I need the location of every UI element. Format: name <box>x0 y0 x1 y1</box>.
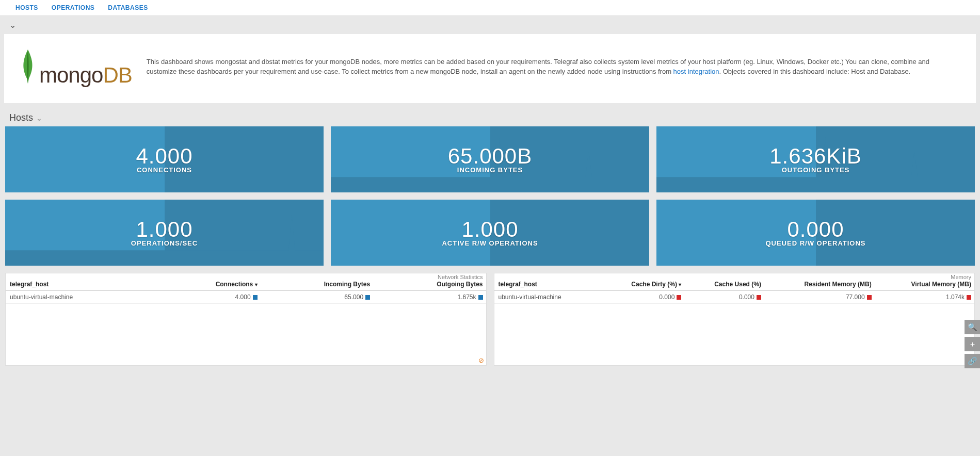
cell-dirty: 0.000 <box>600 291 684 304</box>
tile-label: CONNECTIONS <box>137 166 192 174</box>
host-integration-link[interactable]: host integration <box>673 68 719 75</box>
link-icon: 🔗 <box>968 356 977 366</box>
tile-label: INCOMING BYTES <box>457 166 523 174</box>
status-square-icon <box>757 295 761 300</box>
tab-hosts[interactable]: HOSTS <box>15 4 38 11</box>
cell-host: ubuntu-virtual-machine <box>494 291 600 304</box>
tile-grid: 4.000 CONNECTIONS 65.000B INCOMING BYTES… <box>4 126 976 266</box>
collapse-row: ⌄ <box>4 16 976 34</box>
cell-virtual: 1.074k <box>875 291 974 304</box>
link-button[interactable]: 🔗 <box>965 354 980 368</box>
tile-value: 0.000 <box>787 219 844 240</box>
tile-outgoing-bytes[interactable]: 1.636KiB OUTGOING BYTES <box>656 126 975 192</box>
col-cache-dirty[interactable]: Cache Dirty (%) ▾ <box>600 273 684 291</box>
status-square-icon <box>478 295 483 300</box>
tile-label: OUTGOING BYTES <box>782 166 850 174</box>
table-row[interactable]: ubuntu-virtual-machine 0.000 0.000 77.00… <box>494 291 975 304</box>
table-title: Memory <box>951 274 971 280</box>
cell-used: 0.000 <box>684 291 764 304</box>
cell-resident: 77.000 <box>764 291 875 304</box>
status-square-icon <box>867 295 872 300</box>
chevron-down-icon[interactable]: ⌄ <box>9 21 16 29</box>
table-memory: Memory telegraf_host Cache Dirty (%) ▾ C… <box>494 273 975 366</box>
tab-databases[interactable]: DATABASES <box>108 4 148 11</box>
tile-queued-rw[interactable]: 0.000 QUEUED R/W OPERATIONS <box>656 200 975 266</box>
status-square-icon <box>677 295 681 300</box>
status-square-icon <box>365 295 370 300</box>
dashboard-description: This dashboard shows mongostat and dbsta… <box>147 57 961 77</box>
cell-host: ubuntu-virtual-machine <box>6 291 157 304</box>
col-cache-used[interactable]: Cache Used (%) <box>684 273 764 291</box>
col-incoming-bytes[interactable]: Incoming Bytes <box>261 273 373 291</box>
cell-outgoing: 1.675k <box>373 291 486 304</box>
cell-incoming: 65.000 <box>261 291 373 304</box>
chevron-down-icon: ⌄ <box>36 114 42 122</box>
status-square-icon <box>967 295 971 300</box>
tile-value: 1.000 <box>136 219 192 240</box>
tab-operations[interactable]: OPERATIONS <box>52 4 94 11</box>
col-telegraf-host[interactable]: telegraf_host <box>494 273 600 291</box>
tile-value: 1.636KiB <box>769 145 861 167</box>
tile-label: QUEUED R/W OPERATIONS <box>765 239 865 247</box>
tile-value: 65.000B <box>448 145 532 167</box>
mongodb-logo: mongoDB <box>14 46 132 88</box>
top-tabs: HOSTS OPERATIONS DATABASES <box>0 0 980 16</box>
floating-toolbar: 🔍 ＋ 🔗 <box>965 320 980 368</box>
tile-active-rw[interactable]: 1.000 ACTIVE R/W OPERATIONS <box>331 200 649 266</box>
info-card: mongoDB This dashboard shows mongostat a… <box>4 34 976 103</box>
tile-label: OPERATIONS/SEC <box>131 239 198 247</box>
caret-down-icon: ▾ <box>679 282 681 287</box>
tile-value: 1.000 <box>461 219 518 240</box>
caret-down-icon: ▾ <box>255 282 258 287</box>
status-square-icon <box>253 295 258 300</box>
table-title: Network Statistics <box>438 274 483 280</box>
col-telegraf-host[interactable]: telegraf_host <box>6 273 157 291</box>
section-title: Hosts <box>9 112 33 123</box>
logo-text: mongoDB <box>39 63 132 88</box>
tile-label: ACTIVE R/W OPERATIONS <box>442 239 538 247</box>
search-icon: 🔍 <box>968 322 977 332</box>
warning-icon[interactable]: ⊘ <box>478 356 484 364</box>
plus-icon: ＋ <box>969 339 976 349</box>
table-network-statistics: Network Statistics telegraf_host Connect… <box>5 273 487 366</box>
tile-connections[interactable]: 4.000 CONNECTIONS <box>5 126 324 192</box>
tile-value: 4.000 <box>136 145 192 167</box>
col-resident-memory[interactable]: Resident Memory (MB) <box>764 273 875 291</box>
col-connections[interactable]: Connections ▾ <box>157 273 260 291</box>
table-row[interactable]: ubuntu-virtual-machine 4.000 65.000 1.67… <box>6 291 486 304</box>
search-button[interactable]: 🔍 <box>965 320 980 334</box>
tile-operations-sec[interactable]: 1.000 OPERATIONS/SEC <box>5 200 324 266</box>
tile-incoming-bytes[interactable]: 65.000B INCOMING BYTES <box>331 126 649 192</box>
add-button[interactable]: ＋ <box>965 337 980 351</box>
section-header-hosts[interactable]: Hosts ⌄ <box>4 106 976 126</box>
tables-row: Network Statistics telegraf_host Connect… <box>4 273 976 371</box>
leaf-icon <box>20 48 36 85</box>
cell-connections: 4.000 <box>157 291 260 304</box>
